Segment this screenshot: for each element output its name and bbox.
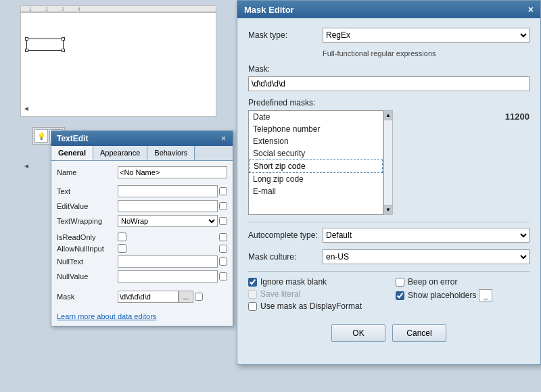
maskculture-row: Mask culture: en-US en-GB fr-FR xyxy=(248,249,530,264)
panel-tabs: General Appearance Behaviors xyxy=(51,146,233,161)
nullvalue-row: NullValue xyxy=(57,270,227,283)
panel-content: Name Text EditValue TextWrapping NoWrap … xyxy=(51,161,233,326)
handle-tl[interactable] xyxy=(25,37,28,41)
predefined-list[interactable]: Date Telephone number Extension Social s… xyxy=(248,110,383,215)
divider xyxy=(248,222,530,222)
dialog-title: Mask Editor xyxy=(244,5,294,15)
left-arrow: ◄ xyxy=(23,105,30,112)
show-placeholders-label: Show placeholders xyxy=(408,291,476,300)
divider2 xyxy=(248,271,530,272)
nullvalue-checkbox[interactable] xyxy=(219,272,227,280)
masktype-hint: Full-functional regular expressions xyxy=(323,49,530,57)
maskculture-select[interactable]: en-US en-GB fr-FR xyxy=(323,249,530,264)
mask-row: Mask ... xyxy=(57,291,227,303)
nullvalue-input[interactable] xyxy=(118,270,218,283)
textwrapping-row: TextWrapping NoWrap Wrap xyxy=(57,215,227,227)
autocomplete-row: Autocomplete type: Default None Append xyxy=(248,228,530,243)
save-literal-checkbox xyxy=(248,290,257,299)
text-checkbox[interactable] xyxy=(219,187,227,195)
tab-general[interactable]: General xyxy=(51,146,93,160)
options-right: Beep on error Show placeholders _ xyxy=(396,277,530,314)
use-mask-display-label: Use mask as DisplayFormat xyxy=(260,301,362,311)
isreadonly-bind[interactable] xyxy=(219,233,227,241)
text-row: Text xyxy=(57,185,227,197)
designer-canvas xyxy=(20,12,216,117)
list-item-telephone[interactable]: Telephone number xyxy=(249,123,383,135)
nullvalue-label: NullValue xyxy=(57,272,118,280)
list-item-date[interactable]: Date xyxy=(249,111,383,123)
editvalue-input[interactable] xyxy=(118,200,218,212)
show-placeholders-checkbox[interactable] xyxy=(396,291,404,300)
beep-on-error-label: Beep on error xyxy=(408,277,457,287)
textwrapping-checkbox[interactable] xyxy=(219,217,227,225)
scroll-down-btn[interactable]: ▼ xyxy=(384,205,392,214)
predefined-section: Predefined masks: Date Telephone number … xyxy=(248,98,530,215)
ignore-mask-blank-label: Ignore mask blank xyxy=(260,277,327,287)
mask-browse-button[interactable]: ... xyxy=(179,291,193,303)
use-mask-display-checkbox[interactable] xyxy=(248,302,257,311)
textwrapping-select[interactable]: NoWrap Wrap xyxy=(118,215,218,227)
masktype-row: Mask type: RegEx Simple Regular xyxy=(248,28,530,43)
toolbar-icon-bulb[interactable]: 💡 xyxy=(34,129,48,143)
learn-more-link[interactable]: Learn more about data editors xyxy=(57,312,227,320)
name-row: Name xyxy=(57,166,227,178)
allownullinput-row: AllowNullInput xyxy=(57,244,227,253)
isreadonly-checkbox[interactable] xyxy=(118,232,126,241)
options-section: Ignore mask blank Save literal Use mask … xyxy=(248,277,530,314)
handle-tr[interactable] xyxy=(62,37,65,41)
panel-close-button[interactable]: × xyxy=(220,134,227,143)
mask-label: Mask xyxy=(57,293,118,301)
mask-input[interactable] xyxy=(118,291,179,303)
scroll-up-btn[interactable]: ▲ xyxy=(384,111,392,120)
autocomplete-select[interactable]: Default None Append xyxy=(323,228,530,243)
save-literal-label: Save literal xyxy=(260,289,300,299)
canvas-widget[interactable] xyxy=(26,39,64,51)
mask-value-input[interactable] xyxy=(248,76,530,91)
dialog-buttons: OK Cancel xyxy=(248,324,530,342)
text-input[interactable] xyxy=(118,185,218,197)
ignore-mask-blank-checkbox[interactable] xyxy=(248,278,257,287)
left-arrow2: ◄ xyxy=(23,162,30,170)
tab-appearance[interactable]: Appearance xyxy=(93,146,147,160)
list-scrollbar[interactable]: ▲ ▼ xyxy=(383,110,393,215)
masktype-select[interactable]: RegEx Simple Regular xyxy=(323,28,530,43)
allownullinput-checkbox[interactable] xyxy=(118,244,126,253)
isreadonly-label: IsReadOnly xyxy=(57,233,118,241)
list-item-longzip[interactable]: Long zip code xyxy=(249,173,383,185)
beep-on-error-checkbox[interactable] xyxy=(396,278,404,287)
list-item-extension[interactable]: Extension xyxy=(249,135,383,147)
options-left: Ignore mask blank Save literal Use mask … xyxy=(248,277,382,314)
dialog-body: Mask type: RegEx Simple Regular Full-fun… xyxy=(237,18,540,351)
dialog-close-button[interactable]: × xyxy=(528,4,534,15)
autocomplete-label: Autocomplete type: xyxy=(248,230,323,240)
editvalue-checkbox[interactable] xyxy=(219,202,227,210)
name-label: Name xyxy=(57,168,118,176)
show-placeholders-row: Show placeholders _ xyxy=(396,289,530,301)
tab-behaviors[interactable]: Behaviors xyxy=(147,146,195,160)
cancel-button[interactable]: Cancel xyxy=(392,324,446,342)
panel-title: TextEdit xyxy=(57,134,88,143)
dash-indicator: _ xyxy=(479,289,492,301)
list-item-email[interactable]: E-mail xyxy=(249,185,383,197)
nulltext-input[interactable] xyxy=(118,255,218,268)
list-item-shortzip[interactable]: Short zip code xyxy=(249,160,383,173)
dialog-titlebar: Mask Editor × xyxy=(237,1,540,18)
predefined-label: Predefined masks: xyxy=(248,98,493,107)
allownullinput-bind[interactable] xyxy=(219,245,227,253)
nulltext-checkbox[interactable] xyxy=(219,258,227,266)
handle-br[interactable] xyxy=(62,49,65,52)
ignore-mask-blank-row: Ignore mask blank xyxy=(248,277,382,287)
beep-on-error-row: Beep on error xyxy=(396,277,530,287)
isreadonly-row: IsReadOnly xyxy=(57,232,227,241)
allownullinput-label: AllowNullInput xyxy=(57,245,118,253)
predefined-list-wrap: Date Telephone number Extension Social s… xyxy=(248,110,493,215)
text-label: Text xyxy=(57,187,118,195)
mask-checkbox[interactable] xyxy=(195,293,203,301)
ruler: 1234 xyxy=(20,5,216,12)
handle-bl[interactable] xyxy=(25,49,28,52)
list-item-social[interactable]: Social security xyxy=(249,147,383,160)
ok-button[interactable]: OK xyxy=(331,324,385,342)
textwrapping-label: TextWrapping xyxy=(57,217,118,225)
scroll-track xyxy=(384,120,392,205)
name-input[interactable] xyxy=(118,166,227,178)
